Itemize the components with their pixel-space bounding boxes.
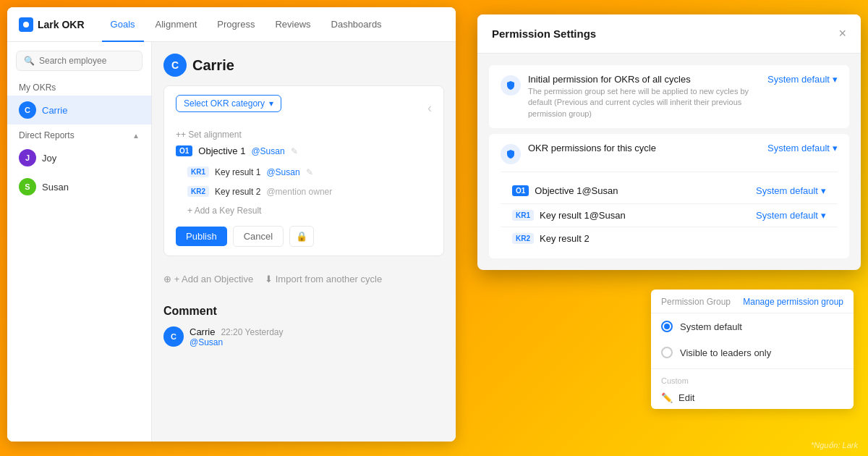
avatar-susan: S [19, 178, 36, 195]
tab-dashboards[interactable]: Dashboards [323, 8, 391, 42]
comment-title: Comment [163, 305, 444, 318]
susan-label: Susan [42, 182, 69, 193]
kr2-perm-title: Key result 2 [540, 233, 826, 244]
dropdown-header: Permission Group Manage permission group [651, 290, 854, 313]
kr1-perm-action[interactable]: System default ▾ [756, 210, 826, 221]
chevron-down-icon: ▾ [821, 210, 826, 221]
app-body: 🔍 My OKRs C Carrie Direct Reports ▲ J Jo… [7, 42, 456, 442]
category-label: Select OKR category [184, 98, 265, 109]
shield-icon [501, 75, 521, 96]
kr2-owner[interactable]: @mention owner [266, 187, 332, 197]
search-input[interactable] [39, 56, 135, 66]
chevron-down-icon: ▾ [833, 74, 838, 85]
cycle-permission-card: OKR permissions for this cycle System de… [489, 134, 849, 258]
nav-brand: Lark OKR [19, 17, 85, 32]
radio-visible-leaders [661, 347, 673, 358]
visible-leaders-label: Visible to leaders only [680, 347, 771, 358]
obj-perm-action[interactable]: System default ▾ [756, 185, 826, 196]
custom-section-label: Custom [651, 372, 854, 387]
comment-mention: @Susan [190, 337, 283, 347]
main-content: C Carrie Select OKR category ▾ ‹ + + Set… [152, 42, 456, 442]
objective-title: Objective 1 [198, 145, 245, 156]
add-kr-button[interactable]: + Add a Key Result [176, 201, 432, 220]
chevron-down-icon: ▾ [833, 143, 838, 153]
collapse-button[interactable]: ‹ [427, 101, 432, 116]
plus-circle-icon: ⊕ [163, 274, 171, 284]
okr-card: Select OKR category ▾ ‹ + + Set alignmen… [163, 85, 444, 256]
lock-button[interactable]: 🔒 [289, 226, 314, 247]
kr1-edit-icon[interactable]: ✎ [306, 167, 313, 177]
tab-alignment[interactable]: Alignment [147, 8, 206, 42]
tab-progress[interactable]: Progress [208, 8, 263, 42]
sidebar-item-susan[interactable]: S Susan [7, 172, 151, 201]
modal-title: Permission Settings [492, 28, 596, 40]
obj-perm-title: Objective 1@Susan [535, 185, 750, 196]
direct-reports-header: Direct Reports ▲ [7, 124, 151, 143]
dropdown-edit-item[interactable]: ✏️ Edit [651, 387, 854, 409]
svg-point-0 [23, 22, 29, 28]
cycle-permission-title: OKR permissions for this cycle [528, 143, 760, 153]
page-title-row: C Carrie [163, 54, 444, 77]
modal-close-button[interactable]: × [838, 26, 846, 41]
cycle-permission-header: OKR permissions for this cycle System de… [501, 143, 838, 164]
kr2-perm-badge: KR2 [512, 233, 534, 244]
direct-reports-label: Direct Reports [19, 130, 75, 140]
brand-icon [19, 17, 33, 32]
page-title: Carrie [192, 57, 234, 74]
tab-goals[interactable]: Goals [102, 8, 144, 42]
manage-permission-link[interactable]: Manage permission group [743, 297, 843, 307]
plus-icon: + [176, 130, 181, 140]
edit-icon[interactable]: ✎ [291, 146, 298, 156]
kr1-badge: KR1 [187, 166, 209, 177]
objective-permission-row: O1 Objective 1@Susan System default ▾ [501, 178, 838, 203]
sidebar-item-carrie[interactable]: C Carrie [7, 96, 151, 124]
kr1-text: Key result 1 [215, 167, 260, 177]
comment-body: Carrie 22:20 Yesterday @Susan [190, 326, 283, 347]
kr2-text: Key result 2 [215, 187, 260, 197]
objective-row: O1 Objective 1 @Susan ✎ [176, 145, 432, 156]
publish-button[interactable]: Publish [176, 227, 227, 246]
page-avatar: C [163, 54, 187, 77]
dropdown-option-visible-leaders[interactable]: Visible to leaders only [651, 339, 854, 366]
import-button[interactable]: ⬇ Import from another cycle [265, 274, 382, 284]
initial-permission-action[interactable]: System default ▾ [767, 74, 838, 85]
app-container: Lark OKR Goals Alignment Progress Review… [7, 7, 456, 442]
my-okrs-label: My OKRs [7, 80, 151, 96]
objective-owner[interactable]: @Susan [251, 146, 284, 156]
avatar-joy: J [19, 149, 36, 166]
source-label: *Nguồn: Lark [811, 441, 858, 450]
edit-label: Edit [678, 392, 694, 403]
set-alignment[interactable]: + + Set alignment [176, 130, 432, 140]
obj-perm-badge: O1 [512, 185, 529, 196]
chevron-down-icon: ▾ [269, 98, 273, 109]
objective-badge: O1 [176, 145, 192, 156]
kr1-perm-badge: KR1 [512, 210, 534, 221]
add-objective-row: ⊕ + Add an Objective ⬇ Import from anoth… [163, 265, 444, 293]
search-icon: 🔍 [24, 56, 35, 66]
dropdown-popup: Permission Group Manage permission group… [651, 290, 854, 409]
dropdown-divider [651, 368, 854, 369]
import-icon: ⬇ [265, 274, 273, 284]
sidebar-item-joy[interactable]: J Joy [7, 143, 151, 172]
collapse-icon[interactable]: ▲ [132, 132, 140, 140]
joy-label: Joy [42, 153, 56, 164]
cancel-button[interactable]: Cancel [233, 226, 284, 247]
initial-permission-title: Initial permission for OKRs of all cycle… [528, 74, 760, 85]
modal-body: Initial permission for OKRs of all cycle… [477, 54, 861, 270]
tab-reviews[interactable]: Reviews [266, 8, 319, 42]
initial-permission-card: Initial permission for OKRs of all cycle… [489, 65, 849, 128]
kr2-permission-row: KR2 Key result 2 [501, 227, 838, 250]
add-objective-button[interactable]: ⊕ + Add an Objective [163, 274, 253, 284]
radio-system-default [661, 321, 673, 332]
search-box[interactable]: 🔍 [16, 51, 142, 71]
dropdown-option-system-default[interactable]: System default [651, 313, 854, 339]
action-bar: Publish Cancel 🔒 [176, 220, 432, 247]
kr1-owner[interactable]: @Susan [266, 167, 299, 177]
brand-label: Lark OKR [38, 19, 85, 30]
kr1-permission-row: KR1 Key result 1@Susan System default ▾ [501, 203, 838, 227]
okr-category-select[interactable]: Select OKR category ▾ [176, 95, 281, 112]
cycle-permission-action[interactable]: System default ▾ [767, 143, 838, 153]
top-nav: Lark OKR Goals Alignment Progress Review… [7, 7, 456, 42]
kr-row-2: KR2 Key result 2 @mention owner [176, 182, 432, 201]
initial-permission-header: Initial permission for OKRs of all cycle… [501, 74, 838, 119]
